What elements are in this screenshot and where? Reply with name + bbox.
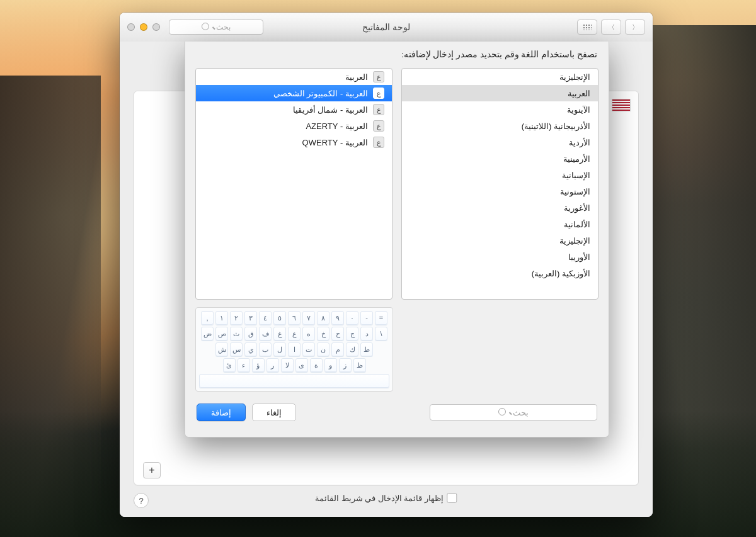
keyboard-key: ة (310, 358, 323, 372)
show-input-menu-checkbox-row[interactable]: إظهار قائمة الإدخال في شريط القائمة (315, 493, 457, 503)
keyboard-layout-label: العربية - شمال أفريقيا (293, 105, 368, 115)
language-item[interactable]: الإنجليزية (402, 69, 598, 85)
keyboard-key: ا (288, 342, 301, 356)
keyboard-key: ض (201, 327, 214, 341)
nav-back-button[interactable]: 〈 (601, 20, 621, 35)
keyboard-key: ٤ (259, 311, 272, 325)
add-button[interactable]: إضافة (197, 404, 246, 421)
cancel-button[interactable]: إلغاء (252, 404, 296, 421)
keyboard-key: س (230, 342, 243, 356)
keyboard-key: م (331, 342, 344, 356)
keyboard-key: ث (230, 327, 243, 341)
nav-forward-button[interactable]: 〉 (625, 20, 645, 35)
keyboard-key: ه (302, 327, 315, 341)
window-toolbar: بحث لوحة المفاتيح 〈 〉 (120, 13, 653, 42)
close-window-button[interactable] (127, 23, 135, 31)
keyboard-key: ٧ (302, 311, 315, 325)
keyboard-key: ظ (353, 358, 366, 372)
keyboard-key: و (324, 358, 337, 372)
keyboard-key: ء (238, 358, 250, 372)
keyboard-key: ١ (215, 311, 228, 325)
arabic-layout-icon: ع (373, 104, 384, 115)
keyboard-key: ٥ (273, 311, 286, 325)
keyboard-key: ت (302, 342, 315, 356)
arabic-layout-icon: ع (373, 71, 384, 82)
language-item[interactable]: الإنجليزية (402, 232, 598, 249)
search-icon (202, 23, 212, 32)
language-item[interactable]: الإستونية (402, 183, 598, 200)
keyboard-key: لا (281, 358, 294, 372)
keyboard-layout-item[interactable]: عالعربية (196, 69, 392, 85)
keyboard-preview: ,١٢٣٤٥٦٧٨٩٠-= ضصثقفغعهخحجد\ شسيبلاتنمكط … (195, 307, 393, 392)
keyboard-layout-item[interactable]: عالعربية - QWERTY (196, 134, 392, 150)
arabic-layout-icon: ع (373, 120, 384, 132)
language-item[interactable]: الأذربيجانية (اللاتينية) (402, 118, 598, 134)
show-input-menu-label: إظهار قائمة الإدخال في شريط القائمة (315, 494, 443, 503)
preferences-window: بحث لوحة المفاتيح 〈 〉 + إظهار قائمة الإد… (120, 13, 653, 517)
keyboard-layout-label: العربية - الكمبيوتر الشخصي (273, 89, 368, 98)
keyboard-key: \ (375, 327, 387, 341)
keyboard-key: ر (266, 358, 279, 372)
keyboard-key: ى (295, 358, 308, 372)
language-item[interactable]: الأرمينية (402, 150, 598, 167)
language-item[interactable]: الأردية (402, 134, 598, 150)
keyboard-key: ط (360, 342, 373, 356)
keyboard-key: ٢ (230, 311, 243, 325)
traffic-lights (127, 23, 160, 31)
window-title: لوحة المفاتيح (362, 22, 410, 32)
keyboard-key: ل (273, 342, 286, 356)
language-list[interactable]: الإنجليزيةالعربيةالآينويةالأذربيجانية (ا… (401, 68, 598, 300)
keyboard-key: ز (339, 358, 352, 372)
language-item[interactable]: الأغورية (402, 200, 598, 216)
keyboard-key: ٩ (331, 311, 344, 325)
language-item[interactable]: العربية (402, 85, 598, 101)
keyboard-key: = (375, 311, 387, 325)
keyboard-key: ص (215, 327, 228, 341)
show-all-button[interactable] (577, 20, 597, 35)
language-item[interactable]: الآينوية (402, 101, 598, 118)
keyboard-key: ٣ (244, 311, 257, 325)
keyboard-key: د (360, 327, 373, 341)
checkbox-icon (447, 493, 457, 503)
keyboard-layout-item[interactable]: عالعربية - الكمبيوتر الشخصي (196, 85, 392, 101)
us-flag-icon (612, 99, 631, 111)
keyboard-layout-item[interactable]: عالعربية - AZERTY (196, 118, 392, 134)
sheet-search-field[interactable]: بحث (430, 404, 597, 421)
toolbar-search-placeholder: بحث (216, 23, 231, 31)
keyboard-key: ف (259, 327, 272, 341)
keyboard-key: ب (259, 342, 272, 356)
add-input-source-sheet: تصفح باستخدام اللغة وقم بتحديد مصدر إدخا… (185, 42, 609, 438)
language-item[interactable]: الأوريبا (402, 249, 598, 265)
keyboard-key: ٠ (346, 311, 358, 325)
keyboard-key: ئ (223, 358, 236, 372)
keyboard-key: , (201, 311, 214, 325)
keyboard-key: ع (288, 327, 301, 341)
keyboard-key: غ (273, 327, 286, 341)
minimize-window-button[interactable] (140, 23, 147, 31)
keyboard-layout-label: العربية - AZERTY (306, 122, 368, 131)
help-button[interactable]: ? (134, 493, 149, 508)
sheet-instruction: تصفح باستخدام اللغة وقم بتحديد مصدر إدخا… (185, 42, 609, 64)
keyboard-key: ٨ (317, 311, 329, 325)
keyboard-layout-list[interactable]: عالعربيةعالعربية - الكمبيوتر الشخصيعالعر… (195, 68, 392, 300)
keyboard-key: خ (317, 327, 329, 341)
sheet-search-placeholder: بحث (513, 408, 529, 417)
keyboard-key: ش (215, 342, 228, 356)
arabic-layout-icon: ع (373, 88, 384, 99)
spacebar-key (199, 374, 389, 388)
language-item[interactable]: الإسبانية (402, 167, 598, 183)
zoom-window-button[interactable] (152, 23, 160, 31)
keyboard-key: ٦ (288, 311, 301, 325)
search-icon (498, 408, 509, 417)
keyboard-key: ن (317, 342, 329, 356)
language-item[interactable]: الأوزبكية (العربية) (402, 265, 598, 281)
keyboard-key: ق (244, 327, 257, 341)
add-input-source-button[interactable]: + (143, 462, 161, 478)
keyboard-layout-item[interactable]: عالعربية - شمال أفريقيا (196, 101, 392, 118)
input-source-flag (612, 99, 629, 110)
keyboard-key: ؤ (252, 358, 265, 372)
keyboard-layout-label: العربية - QWERTY (302, 138, 368, 147)
toolbar-search-field[interactable]: بحث (169, 20, 263, 35)
language-item[interactable]: الألمانية (402, 216, 598, 232)
keyboard-key: ح (331, 327, 344, 341)
